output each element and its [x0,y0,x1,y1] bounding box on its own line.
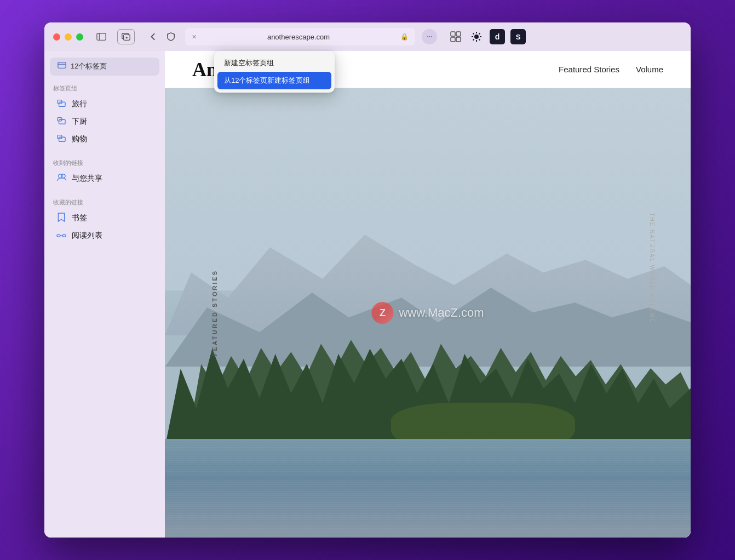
svg-line-16 [479,39,480,40]
watermark-text: www.MacZ.com [399,306,484,320]
new-tab-group-from-tabs-item[interactable]: 从12个标签页新建标签页组 [217,72,331,89]
volume-link[interactable]: Volume [636,65,663,74]
svg-rect-8 [451,37,455,42]
sidebar-item-reading-list[interactable]: 阅读列表 [48,227,162,244]
url-text: anotherescape.com [201,33,396,41]
web-content: Another Escape Featured Stories Volume [165,51,691,538]
title-bar: ✕ anotherescape.com 🔒 ··· [44,22,691,51]
hero-image: FEATURED STORIES THE NATURAL WORLD VOLUM… [165,88,691,538]
water [165,439,691,538]
reading-list-label: 阅读列表 [72,231,102,241]
vertical-text-left: FEATURED STORIES [211,270,218,356]
travel-label: 旅行 [72,99,87,109]
toolbar-icons: d S [448,29,526,44]
sidebar-item-shopping[interactable]: 购物 [48,130,162,147]
sky [165,88,691,290]
traffic-lights [53,33,83,41]
svg-rect-6 [451,32,455,36]
tab-group-dropdown: 新建空标签页组 从12个标签页新建标签页组 [214,51,335,93]
tab-group-icon-2 [56,116,66,127]
s-extension-button[interactable]: S [510,29,526,44]
tab-group-icon-3 [56,134,66,144]
sidebar-item-travel[interactable]: 旅行 [48,95,162,112]
new-empty-tab-group-item[interactable]: 新建空标签页组 [217,54,331,72]
site-nav-links: Featured Stories Volume [559,65,663,74]
minimize-button[interactable] [65,33,72,41]
watermark-logo: Z [371,302,393,324]
divider-1 [44,148,165,156]
svg-line-15 [473,33,474,35]
svg-rect-0 [97,33,106,41]
more-button[interactable]: ··· [422,29,437,44]
content-area: 12个标签页 标签页组 旅行 [44,51,691,538]
reading-list-icon [56,231,66,241]
lock-icon: 🔒 [400,33,409,41]
sidebar-toggle-button[interactable] [94,31,108,42]
nav-buttons [146,29,179,44]
svg-rect-7 [456,32,461,36]
svg-rect-9 [456,37,461,42]
featured-stories-link[interactable]: Featured Stories [559,65,619,74]
shared-icon [56,173,66,184]
hero-section: FEATURED STORIES THE NATURAL WORLD VOLUM… [165,88,691,538]
current-tabs-item[interactable]: 12个标签页 [50,58,159,76]
received-links-header: 收到的链接 [44,156,165,169]
address-bar[interactable]: ✕ anotherescape.com 🔒 [185,28,415,45]
vertical-text-right: THE NATURAL WORLD VOLUME [649,213,655,323]
new-tab-group-button[interactable] [117,29,135,44]
sidebar-item-cooking[interactable]: 下厨 [48,113,162,130]
maximize-button[interactable] [76,33,83,41]
tab-close-icon: ✕ [192,33,197,41]
close-button[interactable] [53,33,60,41]
d-extension-button[interactable]: d [490,29,505,44]
browser-window: ✕ anotherescape.com 🔒 ··· [44,22,691,538]
shield-button[interactable] [163,29,179,44]
shopping-label: 购物 [72,134,87,144]
svg-rect-19 [58,62,66,68]
sidebar: 12个标签页 标签页组 旅行 [44,51,165,538]
svg-line-17 [479,33,480,35]
shared-label: 与您共享 [72,174,102,184]
bookmarks-label: 书签 [72,213,87,223]
svg-point-30 [62,234,66,236]
svg-point-28 [61,174,65,178]
saved-links-header: 收藏的链接 [44,195,165,209]
current-tabs-label: 12个标签页 [71,61,107,71]
svg-line-18 [473,39,474,40]
tab-groups-header: 标签页组 [44,81,165,95]
water-reflection [165,439,691,538]
extensions-button[interactable] [448,29,463,44]
starburst-icon-button[interactable] [469,29,484,44]
tab-group-icon [56,99,66,109]
cooking-label: 下厨 [72,117,87,127]
svg-point-29 [57,234,60,236]
sidebar-item-shared[interactable]: 与您共享 [48,170,162,187]
sidebar-item-bookmarks[interactable]: 书签 [48,209,162,227]
svg-point-10 [474,35,479,39]
divider-2 [44,187,165,195]
tabs-icon [58,61,66,71]
bookmark-icon [56,213,66,224]
watermark: Z www.MacZ.com [371,302,484,324]
back-button[interactable] [146,29,161,44]
